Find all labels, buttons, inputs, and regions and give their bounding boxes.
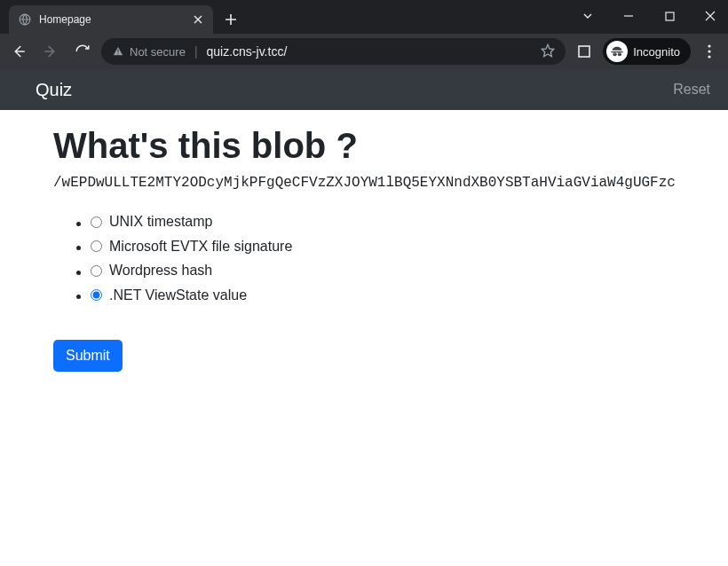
radio-input[interactable] [91, 240, 102, 252]
blob-scroll-area[interactable]: /wEPDwULLTE2MTY2ODcyMjkPFgQeCFVzZXJOYW1l… [53, 175, 675, 193]
list-item: Wordpress hash [91, 263, 675, 280]
close-tab-icon[interactable] [192, 13, 204, 26]
not-secure-label: Not secure [130, 45, 186, 59]
option-dotnet-viewstate[interactable]: .NET ViewState value [91, 287, 247, 303]
browser-menu-button[interactable] [696, 38, 723, 65]
option-label: .NET ViewState value [109, 287, 247, 303]
close-window-icon[interactable] [694, 4, 726, 28]
new-tab-button[interactable] [218, 7, 243, 32]
list-item: .NET ViewState value [91, 287, 675, 305]
url-divider: | [194, 44, 198, 59]
svg-point-6 [708, 44, 710, 47]
list-item: UNIX timestamp [91, 214, 675, 232]
extensions-icon[interactable] [571, 38, 597, 65]
radio-input[interactable] [91, 216, 102, 228]
incognito-icon [606, 41, 628, 62]
not-secure-indicator[interactable]: Not secure [112, 45, 186, 59]
url-text: quiz.cns-jv.tcc/ [207, 44, 533, 59]
svg-marker-2 [542, 44, 554, 56]
navbar-brand[interactable]: Quiz [36, 80, 72, 100]
radio-input[interactable] [91, 265, 102, 277]
submit-button[interactable]: Submit [53, 340, 123, 372]
forward-button[interactable] [37, 38, 64, 65]
svg-point-7 [708, 50, 710, 52]
browser-tab[interactable]: Homepage [9, 5, 213, 34]
list-item: Microsoft EVTX file signature [91, 239, 675, 256]
page-container: What's this blob ? /wEPDwULLTE2MTY2ODcyM… [0, 110, 728, 372]
browser-toolbar: Not secure | quiz.cns-jv.tcc/ Incognito [0, 34, 728, 69]
option-label: Wordpress hash [109, 263, 212, 279]
page-navbar: Quiz Reset [0, 69, 728, 110]
incognito-label: Incognito [633, 45, 680, 59]
globe-icon [18, 12, 32, 27]
reload-button[interactable] [69, 38, 96, 65]
option-wordpress-hash[interactable]: Wordpress hash [91, 263, 212, 279]
browser-titlebar: Homepage [0, 0, 728, 34]
radio-input[interactable] [91, 289, 102, 301]
back-button[interactable] [5, 38, 32, 65]
svg-rect-1 [666, 12, 674, 20]
incognito-badge[interactable]: Incognito [603, 38, 691, 65]
option-label: Microsoft EVTX file signature [109, 239, 292, 255]
option-evtx-signature[interactable]: Microsoft EVTX file signature [91, 239, 292, 255]
minimize-icon[interactable] [613, 4, 645, 28]
option-label: UNIX timestamp [109, 214, 212, 230]
navbar-reset-link[interactable]: Reset [673, 82, 710, 98]
svg-rect-3 [579, 46, 590, 57]
chevron-down-icon[interactable] [572, 4, 604, 28]
bookmark-star-icon[interactable] [541, 43, 555, 60]
answer-options-list: UNIX timestamp Microsoft EVTX file signa… [91, 214, 675, 304]
tab-title: Homepage [39, 13, 185, 26]
warning-icon [112, 45, 124, 58]
blob-text: /wEPDwULLTE2MTY2ODcyMjkPFgQeCFVzZXJOYW1l… [53, 175, 675, 191]
page-heading: What's this blob ? [53, 126, 675, 166]
url-bar[interactable]: Not secure | quiz.cns-jv.tcc/ [101, 38, 566, 65]
window-controls [572, 4, 726, 28]
maximize-icon[interactable] [653, 4, 685, 28]
page-viewport: Quiz Reset What's this blob ? /wEPDwULLT… [0, 69, 728, 566]
option-unix-timestamp[interactable]: UNIX timestamp [91, 214, 212, 230]
svg-point-8 [708, 55, 710, 58]
